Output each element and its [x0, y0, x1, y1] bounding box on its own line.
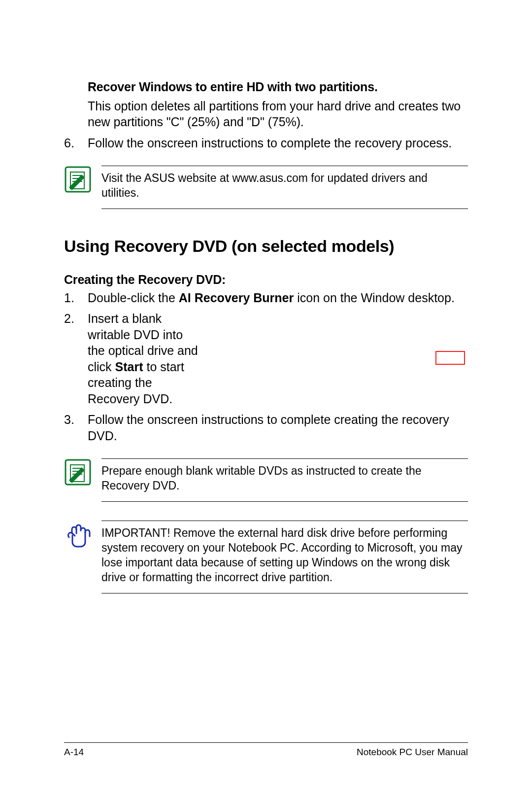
recover-option-desc: This option deletes all partitions from …	[88, 98, 468, 130]
step-2-left: 2. Insert a blank writable DVD into the …	[64, 311, 201, 407]
note-callout-2: Prepare enough blank writable DVDs as in…	[64, 458, 468, 502]
page-number: A-14	[64, 747, 84, 758]
note-icon	[64, 458, 92, 486]
step-2-text: Insert a blank writable DVD into the opt…	[88, 311, 201, 407]
step-3: 3. Follow the onscreen instructions to c…	[64, 412, 468, 444]
page-footer: A-14 Notebook PC User Manual	[64, 742, 468, 758]
step-2-bold: Start	[115, 360, 143, 374]
note-2-text: Prepare enough blank writable DVDs as in…	[101, 458, 468, 502]
indent-spacer	[64, 79, 88, 130]
important-text: IMPORTANT! Remove the external hard disk…	[101, 521, 468, 593]
highlight-box	[435, 351, 465, 365]
step-1-number: 1.	[64, 290, 88, 306]
step-1-bold: AI Recovery Burner	[179, 291, 294, 305]
step-1-pre: Double-click the	[88, 291, 179, 305]
step-6: 6. Follow the onscreen instructions to c…	[64, 135, 468, 151]
important-callout: IMPORTANT! Remove the external hard disk…	[64, 521, 468, 593]
step-1: 1. Double-click the AI Recovery Burner i…	[64, 290, 468, 306]
recover-option-block: Recover Windows to entire HD with two pa…	[64, 79, 468, 130]
recover-option-body: Recover Windows to entire HD with two pa…	[88, 79, 468, 130]
step-3-text: Follow the onscreen instructions to comp…	[88, 412, 468, 444]
recover-option-heading: Recover Windows to entire HD with two pa…	[88, 79, 468, 95]
step-3-number: 3.	[64, 412, 88, 444]
note-callout-1: Visit the ASUS website at www.asus.com f…	[64, 166, 468, 209]
page: Recover Windows to entire HD with two pa…	[0, 0, 532, 802]
note-icon	[64, 166, 92, 193]
step-1-post: icon on the Window desktop.	[294, 291, 455, 305]
step-6-text: Follow the onscreen instructions to comp…	[88, 135, 468, 151]
step-2-number: 2.	[64, 311, 88, 407]
note-1-text: Visit the ASUS website at www.asus.com f…	[101, 166, 468, 209]
screenshot-placeholder	[221, 311, 468, 389]
sub-heading-creating-dvd: Creating the Recovery DVD:	[64, 273, 468, 287]
section-heading-recovery-dvd: Using Recovery DVD (on selected models)	[64, 237, 468, 256]
manual-title: Notebook PC User Manual	[357, 747, 468, 758]
hand-icon	[64, 521, 92, 548]
step-1-text: Double-click the AI Recovery Burner icon…	[88, 290, 468, 306]
step-6-number: 6.	[64, 135, 88, 151]
step-2-row: 2. Insert a blank writable DVD into the …	[64, 311, 468, 407]
